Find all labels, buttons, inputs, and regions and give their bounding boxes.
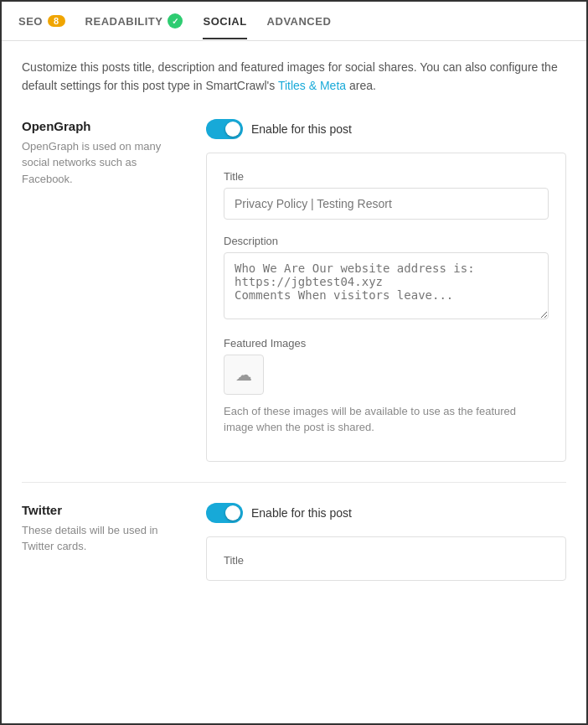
opengraph-title-input[interactable] <box>224 188 549 220</box>
twitter-enable-row: Enable for this post <box>206 503 566 523</box>
opengraph-toggle[interactable] <box>206 119 243 139</box>
twitter-title-label: Title <box>224 554 549 567</box>
twitter-section: Twitter These details will be used in Tw… <box>22 503 566 598</box>
tab-advanced[interactable]: ADVANCED <box>267 15 332 39</box>
twitter-enable-label: Enable for this post <box>251 506 352 520</box>
tab-advanced-label: ADVANCED <box>267 15 332 28</box>
readability-check-icon: ✓ <box>168 13 183 28</box>
twitter-section-right: Enable for this post Title <box>206 503 566 581</box>
opengraph-section-right: Enable for this post Title Description F… <box>206 119 566 462</box>
tab-readability-label: READABILITY <box>85 15 163 28</box>
title-label: Title <box>224 170 549 183</box>
opengraph-section: OpenGraph OpenGraph is used on many soci… <box>22 119 566 462</box>
upload-cloud-icon: ☁ <box>235 365 252 385</box>
tab-seo-label: SEO <box>18 15 43 28</box>
seo-badge: 8 <box>48 15 65 27</box>
opengraph-title-group: Title <box>224 170 549 220</box>
twitter-toggle[interactable] <box>206 503 243 523</box>
tab-readability[interactable]: READABILITY ✓ <box>85 13 183 40</box>
titles-meta-link[interactable]: Titles & Meta <box>278 79 346 92</box>
image-upload-button[interactable]: ☁ <box>224 355 264 395</box>
tab-social-label: SOCIAL <box>203 15 246 28</box>
twitter-form-panel: Title <box>206 536 566 581</box>
twitter-description: These details will be used in Twitter ca… <box>22 522 189 555</box>
featured-images-group: Featured Images ☁ Each of these images w… <box>224 337 549 436</box>
opengraph-form-panel: Title Description Featured Images ☁ Each… <box>206 153 566 462</box>
opengraph-section-left: OpenGraph OpenGraph is used on many soci… <box>22 119 189 462</box>
tab-seo[interactable]: SEO 8 <box>18 15 65 39</box>
section-divider <box>22 482 566 483</box>
opengraph-desc-textarea[interactable] <box>224 252 549 319</box>
opengraph-enable-row: Enable for this post <box>206 119 566 139</box>
twitter-title: Twitter <box>22 503 189 517</box>
featured-images-note: Each of these images will be available t… <box>224 403 549 436</box>
opengraph-enable-label: Enable for this post <box>251 122 352 136</box>
tab-bar: SEO 8 READABILITY ✓ SOCIAL ADVANCED <box>2 2 586 41</box>
opengraph-desc-group: Description <box>224 235 549 322</box>
main-content: Customize this posts title, description … <box>2 41 586 614</box>
opengraph-title: OpenGraph <box>22 119 189 133</box>
opengraph-description: OpenGraph is used on many social network… <box>22 138 189 188</box>
featured-images-label: Featured Images <box>224 337 549 350</box>
desc-label: Description <box>224 235 549 247</box>
page-description: Customize this posts title, description … <box>22 58 566 96</box>
twitter-section-left: Twitter These details will be used in Tw… <box>22 503 189 581</box>
tab-social[interactable]: SOCIAL <box>203 15 246 39</box>
desc-text2: area. <box>346 79 376 92</box>
